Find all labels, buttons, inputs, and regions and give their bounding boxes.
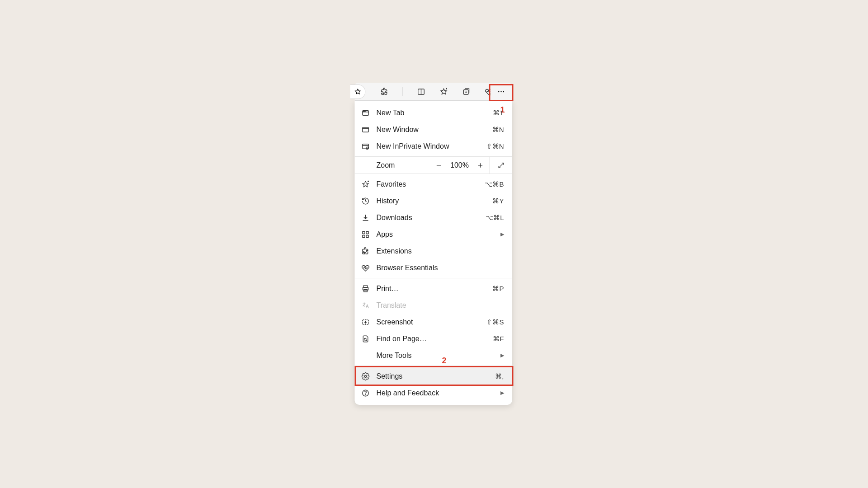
submenu-arrow-icon: ▶ <box>500 352 504 358</box>
svg-point-14 <box>364 111 365 111</box>
svg-rect-30 <box>363 235 365 237</box>
menu-separator <box>355 366 512 366</box>
menu-item-new-tab[interactable]: New Tab ⌘T <box>355 104 512 121</box>
svg-point-10 <box>503 91 504 92</box>
menu-item-history[interactable]: History ⌘Y <box>355 192 512 209</box>
inprivate-icon <box>361 142 370 151</box>
svg-point-42 <box>365 394 366 395</box>
svg-point-15 <box>365 111 365 111</box>
menu-item-new-window[interactable]: New Window ⌘N <box>355 121 512 138</box>
zoom-out-button[interactable] <box>430 157 448 174</box>
toolbar-divider <box>403 87 403 96</box>
svg-rect-29 <box>366 231 368 234</box>
menu-label: Downloads <box>377 214 486 222</box>
menu-shortcut: ⌘T <box>493 109 504 117</box>
plus-icon <box>477 162 484 169</box>
favorites-toolbar-button[interactable] <box>439 87 448 96</box>
menu-label: New InPrivate Window <box>377 142 486 150</box>
apps-icon <box>361 230 370 239</box>
svg-rect-28 <box>363 231 365 234</box>
menu-shortcut: ⌥⌘L <box>486 214 504 222</box>
menu-label: Apps <box>377 230 497 239</box>
menu-item-extensions[interactable]: Extensions <box>355 243 512 259</box>
menu-item-find-on-page[interactable]: Find on Page… ⌘F <box>355 330 512 347</box>
star-icon <box>354 88 361 95</box>
menu-item-translate: Translate <box>355 297 512 314</box>
menu-shortcut: ⌥⌘B <box>485 180 504 188</box>
menu-item-more-tools[interactable]: More Tools ▶ <box>355 347 512 364</box>
zoom-controls: Zoom 100% <box>355 156 512 174</box>
menu-shortcut: ⇧⌘S <box>486 318 504 326</box>
translate-icon <box>361 301 370 310</box>
browser-toolbar <box>355 83 512 101</box>
find-icon <box>361 334 370 343</box>
menu-item-apps[interactable]: Apps ▶ <box>355 226 512 243</box>
menu-label: New Window <box>377 126 492 134</box>
downloads-icon <box>361 213 370 222</box>
menu-shortcut: ⌘P <box>492 285 504 293</box>
menu-label: History <box>377 197 493 205</box>
menu-item-new-inprivate-window[interactable]: New InPrivate Window ⇧⌘N <box>355 138 512 155</box>
browser-panel: 1 New Tab ⌘T New Window ⌘N <box>355 83 512 405</box>
menu-label: Screenshot <box>377 318 487 326</box>
more-menu-dropdown: New Tab ⌘T New Window ⌘N New InPrivate W… <box>355 101 512 405</box>
submenu-arrow-icon: ▶ <box>500 390 504 396</box>
menu-shortcut: ⌘, <box>495 372 504 380</box>
menu-label: Settings <box>377 372 495 380</box>
menu-label: Extensions <box>377 247 504 255</box>
menu-label: Help and Feedback <box>377 389 497 397</box>
new-window-icon <box>361 125 370 134</box>
svg-point-8 <box>498 91 499 92</box>
split-screen-toolbar-button[interactable] <box>417 87 426 96</box>
svg-rect-34 <box>364 289 368 291</box>
menu-label: New Tab <box>377 109 493 117</box>
menu-label: Favorites <box>377 180 485 188</box>
print-icon <box>361 284 370 293</box>
svg-point-38 <box>364 338 367 340</box>
extensions-icon <box>361 247 370 256</box>
menu-item-print[interactable]: Print… ⌘P <box>355 280 512 297</box>
zoom-in-button[interactable] <box>472 157 490 174</box>
svg-rect-16 <box>363 127 369 132</box>
help-icon <box>361 389 370 398</box>
menu-label: Print… <box>377 285 493 293</box>
more-icon <box>497 88 505 96</box>
svg-rect-31 <box>366 235 368 237</box>
screenshot-icon <box>361 318 370 327</box>
screenshot-canvas: 1 New Tab ⌘T New Window ⌘N <box>105 61 763 427</box>
zoom-value: 100% <box>448 161 472 169</box>
menu-item-favorites[interactable]: Favorites ⌥⌘B <box>355 176 512 192</box>
svg-point-9 <box>500 91 501 92</box>
svg-point-40 <box>364 375 367 377</box>
menu-label: Find on Page… <box>377 335 493 343</box>
new-tab-icon <box>361 108 370 117</box>
more-menu-button[interactable] <box>491 83 512 101</box>
menu-shortcut: ⌘Y <box>492 197 504 205</box>
history-icon <box>361 197 370 206</box>
favorites-icon <box>361 180 370 189</box>
menu-item-settings[interactable]: Settings ⌘, <box>355 368 512 385</box>
settings-icon <box>361 372 370 381</box>
menu-label: More Tools <box>377 352 497 360</box>
essentials-icon <box>361 263 370 272</box>
fullscreen-button[interactable] <box>490 157 512 174</box>
minus-icon <box>435 162 443 169</box>
menu-item-downloads[interactable]: Downloads ⌥⌘L <box>355 209 512 226</box>
submenu-arrow-icon: ▶ <box>500 231 504 237</box>
menu-separator <box>355 278 512 278</box>
svg-line-39 <box>366 340 367 341</box>
menu-item-help-feedback[interactable]: Help and Feedback ▶ <box>355 385 512 401</box>
menu-item-screenshot[interactable]: Screenshot ⇧⌘S <box>355 314 512 330</box>
menu-shortcut: ⇧⌘N <box>486 142 504 150</box>
annotation-label-2: 2 <box>442 356 447 366</box>
fullscreen-icon <box>497 162 505 169</box>
svg-point-13 <box>363 111 364 111</box>
menu-item-browser-essentials[interactable]: Browser Essentials <box>355 259 512 276</box>
menu-shortcut: ⌘F <box>493 335 504 343</box>
menu-label: Translate <box>377 301 504 310</box>
extensions-toolbar-button[interactable] <box>380 87 389 96</box>
menu-label: Browser Essentials <box>377 264 504 272</box>
zoom-label: Zoom <box>355 161 430 169</box>
address-bar-star-button[interactable] <box>350 84 366 99</box>
collections-toolbar-button[interactable] <box>462 87 471 96</box>
